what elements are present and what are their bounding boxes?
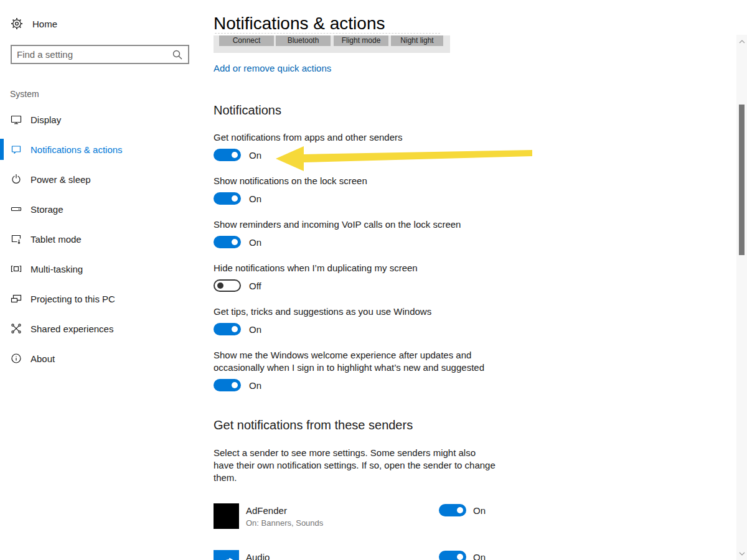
toggle-state-label: On	[249, 194, 261, 204]
setting-tips-tricks: Get tips, tricks and suggestions as you …	[214, 306, 525, 335]
toggle-sender-adfender[interactable]	[439, 504, 466, 516]
search-icon[interactable]	[172, 49, 183, 60]
toggle-reminders-voip[interactable]	[214, 236, 241, 248]
sidebar-item-label: Projecting to this PC	[31, 294, 115, 304]
setting-label: Hide notifications when I’m duplicating …	[214, 262, 525, 274]
sidebar-item-power-sleep[interactable]: Power & sleep	[0, 164, 214, 194]
setting-get-notifications: Get notifications from apps and other se…	[214, 131, 525, 161]
main-content: Notifications & actions Connect Bluetoot…	[214, 0, 736, 560]
projecting-icon	[11, 293, 22, 304]
senders-section-heading: Get notifications from these senders	[214, 418, 413, 432]
quick-actions-cut-edge	[215, 33, 440, 34]
sidebar-item-tablet-mode[interactable]: Tablet mode	[0, 224, 214, 254]
sidebar-item-multitasking[interactable]: Multi-tasking	[0, 254, 214, 284]
sidebar-item-label: Storage	[31, 204, 63, 215]
display-icon	[11, 114, 22, 125]
sender-name: Audio	[246, 552, 270, 560]
sender-detail: On: Banners, Sounds	[246, 518, 323, 528]
sidebar-item-display[interactable]: Display	[0, 105, 214, 134]
selected-accent-bar	[0, 139, 4, 160]
search-box[interactable]	[11, 45, 189, 64]
sender-name: AdFender	[246, 505, 287, 516]
audio-app-icon	[214, 550, 239, 560]
scrollbar-up-button[interactable]	[736, 36, 747, 47]
toggle-get-notifications[interactable]	[214, 149, 241, 161]
senders-description: Select a sender to see more settings. So…	[214, 447, 497, 484]
notifications-icon	[11, 144, 22, 155]
setting-reminders-voip: Show reminders and incoming VoIP calls o…	[214, 218, 525, 248]
quick-action-tile-night-light[interactable]: Night light	[391, 35, 443, 46]
setting-label: Show reminders and incoming VoIP calls o…	[214, 218, 525, 231]
sidebar-item-projecting[interactable]: Projecting to this PC	[0, 284, 214, 314]
toggle-lock-screen-notifications[interactable]	[214, 192, 241, 205]
scrollbar-thumb[interactable]	[739, 105, 745, 255]
sidebar-item-label: About	[31, 353, 55, 364]
add-remove-quick-actions-link[interactable]: Add or remove quick actions	[214, 63, 331, 73]
sidebar-item-label: Multi-tasking	[31, 264, 83, 274]
setting-lock-screen-notifications: Show notifications on the lock screen On	[214, 175, 525, 205]
sidebar-item-label: Power & sleep	[31, 174, 91, 185]
quick-action-tile-flight-mode[interactable]: Flight mode	[334, 35, 388, 46]
vertical-scrollbar[interactable]	[736, 35, 747, 560]
search-input[interactable]	[12, 49, 172, 60]
toggle-state-label: On	[249, 324, 261, 335]
setting-welcome-experience: Show me the Windows welcome experience a…	[214, 349, 494, 391]
sidebar-item-label: Display	[31, 114, 61, 125]
quick-action-tile-bluetooth[interactable]: Bluetooth	[276, 35, 331, 46]
adfender-app-icon	[214, 503, 239, 529]
toggle-state-label: On	[249, 380, 261, 391]
multitask-icon	[11, 263, 22, 274]
setting-label: Show me the Windows welcome experience a…	[214, 349, 494, 374]
scrollbar-down-button[interactable]	[736, 548, 747, 559]
sidebar-section-label: System	[10, 89, 39, 99]
sender-state-label: On	[473, 505, 486, 516]
sidebar-item-label: Tablet mode	[31, 234, 82, 245]
quick-actions-strip: Connect Bluetooth Flight mode Night ligh…	[214, 35, 450, 53]
notifications-section-heading: Notifications	[214, 103, 281, 118]
sender-row-adfender[interactable]: AdFender On: Banners, Sounds On	[214, 503, 525, 531]
sidebar-item-about[interactable]: About	[0, 343, 214, 373]
toggle-welcome-experience[interactable]	[214, 379, 241, 391]
setting-label: Get tips, tricks and suggestions as you …	[214, 306, 525, 318]
toggle-hide-when-duplicating[interactable]	[214, 279, 241, 292]
sender-state-label: On	[473, 552, 486, 560]
sidebar-item-notifications[interactable]: Notifications & actions	[0, 134, 214, 164]
sidebar-item-label: Notifications & actions	[31, 144, 123, 155]
setting-label: Show notifications on the lock screen	[214, 175, 525, 187]
toggle-sender-audio[interactable]	[439, 551, 466, 560]
info-icon	[11, 353, 22, 364]
gear-icon	[11, 17, 23, 30]
toggle-tips-tricks[interactable]	[214, 323, 241, 335]
storage-icon	[11, 203, 22, 215]
toggle-state-label: Off	[249, 281, 261, 291]
sidebar-home-label: Home	[32, 19, 57, 29]
shared-experiences-icon	[11, 323, 22, 334]
sidebar-item-shared-experiences[interactable]: Shared experiences	[0, 314, 214, 343]
page-title: Notifications & actions	[214, 14, 385, 34]
sender-row-audio[interactable]: Audio On	[214, 550, 525, 560]
sidebar-nav: Display Notifications & actions Power & …	[0, 105, 214, 373]
power-icon	[11, 174, 22, 185]
quick-action-tile-connect[interactable]: Connect	[219, 35, 274, 46]
setting-label: Get notifications from apps and other se…	[214, 131, 525, 144]
sidebar-item-home[interactable]: Home	[11, 17, 57, 30]
tablet-icon	[11, 233, 22, 245]
sidebar-item-storage[interactable]: Storage	[0, 194, 214, 224]
sidebar-item-label: Shared experiences	[31, 324, 113, 334]
settings-sidebar: Home System Display	[0, 0, 214, 560]
toggle-state-label: On	[249, 237, 261, 248]
setting-hide-when-duplicating: Hide notifications when I’m duplicating …	[214, 262, 525, 292]
toggle-state-label: On	[249, 150, 261, 161]
